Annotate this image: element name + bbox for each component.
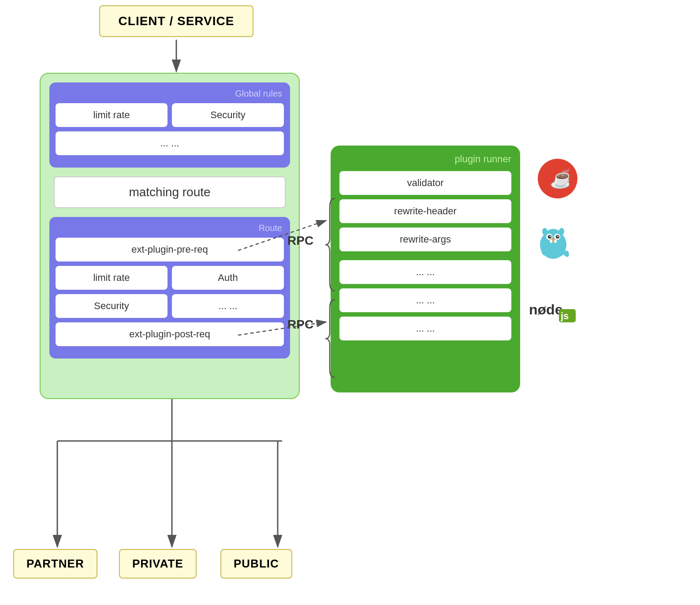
ellipsis-plugin1: ... ... — [339, 260, 511, 284]
security-global: Security — [172, 103, 284, 127]
diagram-container: CLIENT / SERVICE Global rules limit rate… — [0, 0, 700, 605]
rpc2-label: RPC — [287, 317, 313, 332]
svg-point-12 — [550, 239, 552, 243]
partner-box: PARTNER — [13, 549, 97, 579]
global-rules-row1: limit rate Security — [56, 103, 284, 127]
matching-route-box: matching route — [54, 176, 286, 208]
svg-point-9 — [549, 235, 551, 237]
client-service-box: CLIENT / SERVICE — [99, 5, 253, 37]
svg-point-10 — [557, 235, 559, 237]
java-icon: ☕ — [538, 159, 577, 198]
rewrite-header-box: rewrite-header — [339, 199, 511, 223]
rpc1-label: RPC — [287, 234, 313, 248]
svg-point-13 — [554, 239, 557, 243]
route-row2: limit rate Auth — [56, 266, 284, 290]
svg-point-15 — [559, 228, 564, 235]
limit-rate-route: limit rate — [56, 266, 168, 290]
global-rules-box: Global rules limit rate Security ... ... — [49, 82, 290, 168]
route-label: Route — [56, 223, 284, 233]
plugin-runner-label: plugin runner — [339, 153, 511, 165]
ext-plugin-post-req: ext-plugin-post-req — [56, 322, 284, 346]
client-service-label: CLIENT / SERVICE — [119, 14, 235, 28]
svg-point-14 — [542, 228, 547, 235]
svg-text:js: js — [560, 310, 569, 321]
route-box: Route ext-plugin-pre-req limit rate Auth… — [49, 217, 290, 359]
auth-box: Auth — [172, 266, 284, 290]
ellipsis-plugin3: ... ... — [339, 317, 511, 340]
nodejs-icon: nøde js — [527, 293, 580, 333]
svg-text:nøde: nøde — [529, 302, 562, 317]
go-gopher-icon — [531, 225, 575, 265]
validator-box: validator — [339, 171, 511, 195]
plugin-runner-box: plugin runner validator rewrite-header r… — [331, 146, 520, 392]
svg-text:☕: ☕ — [548, 168, 569, 190]
public-box: PUBLIC — [220, 549, 292, 579]
rewrite-args-box: rewrite-args — [339, 228, 511, 251]
ellipsis-plugin2: ... ... — [339, 288, 511, 312]
limit-rate-global: limit rate — [56, 103, 168, 127]
security-route: Security — [56, 294, 168, 318]
route-row3: Security ... ... — [56, 294, 284, 318]
ellipsis-global: ... ... — [56, 131, 284, 155]
ellipsis-route: ... ... — [172, 294, 284, 318]
global-rules-label: Global rules — [56, 89, 284, 99]
private-box: PRIVATE — [119, 549, 197, 579]
ext-plugin-pre-req: ext-plugin-pre-req — [56, 238, 284, 261]
outer-green-box: Global rules limit rate Security ... ...… — [40, 73, 300, 399]
